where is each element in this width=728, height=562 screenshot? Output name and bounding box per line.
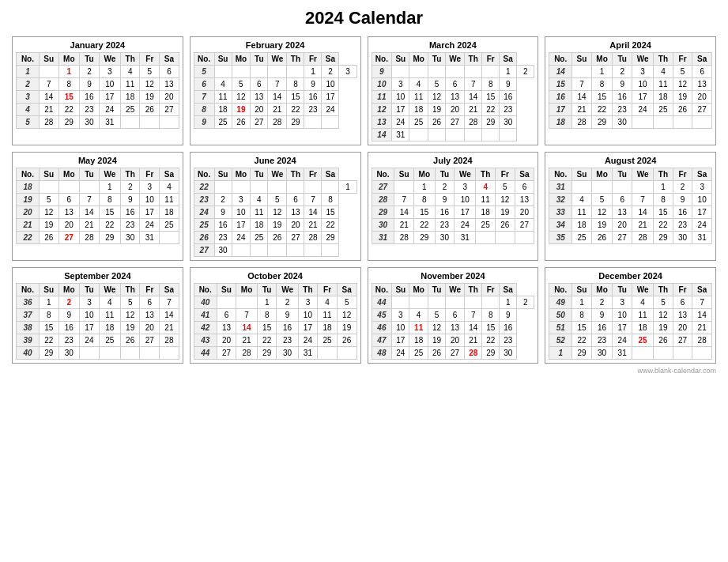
table-row: 1324252627282930 bbox=[372, 116, 534, 129]
col-header: Mo bbox=[58, 168, 80, 181]
day-cell bbox=[80, 181, 100, 194]
day-cell: 13 bbox=[613, 206, 632, 219]
day-cell: 22 bbox=[591, 104, 613, 116]
month-block-4: April 2024No.SuMoTuWeThFrSa1412345615789… bbox=[545, 36, 716, 145]
week-number: 2 bbox=[17, 78, 40, 91]
day-cell: 3 bbox=[392, 309, 409, 322]
table-row: 2623242526272829 bbox=[194, 232, 356, 244]
day-cell: 28 bbox=[80, 232, 100, 244]
day-cell: 29 bbox=[257, 347, 277, 360]
day-cell: 2 bbox=[214, 194, 232, 206]
day-cell: 12 bbox=[337, 309, 356, 322]
day-cell: 22 bbox=[39, 334, 58, 347]
day-cell: 10 bbox=[80, 309, 100, 322]
day-cell bbox=[232, 66, 251, 78]
day-cell: 24 bbox=[140, 219, 160, 232]
col-header: We bbox=[632, 284, 653, 296]
day-cell bbox=[392, 296, 409, 309]
day-cell: 22 bbox=[322, 219, 339, 232]
day-cell bbox=[515, 232, 534, 244]
day-cell: 2 bbox=[517, 66, 534, 78]
day-cell: 1 bbox=[654, 181, 673, 194]
page-title: 2024 Calendar bbox=[8, 8, 720, 28]
col-header: We bbox=[455, 168, 476, 181]
col-header: We bbox=[632, 53, 653, 66]
col-header: Sa bbox=[515, 168, 534, 181]
col-header: No. bbox=[549, 53, 572, 66]
col-header: No. bbox=[372, 168, 394, 181]
day-cell: 30 bbox=[613, 116, 632, 129]
day-cell: 12 bbox=[232, 91, 251, 104]
table-row: 1614151617181920 bbox=[549, 91, 712, 104]
week-number: 24 bbox=[194, 206, 214, 219]
month-title-3: March 2024 bbox=[372, 40, 535, 50]
day-cell: 16 bbox=[591, 322, 613, 334]
col-header: No. bbox=[194, 53, 214, 66]
day-cell: 16 bbox=[304, 91, 322, 104]
day-cell: 13 bbox=[58, 206, 80, 219]
day-cell: 22 bbox=[482, 104, 500, 116]
month-table-12: No.SuMoTuWeThFrSa49123456750891011121314… bbox=[549, 283, 712, 360]
week-number: 22 bbox=[194, 181, 214, 194]
week-number: 3 bbox=[17, 91, 40, 104]
table-row: 3922232425262728 bbox=[17, 334, 179, 347]
table-row: 361234567 bbox=[17, 296, 179, 309]
day-cell: 7 bbox=[632, 194, 653, 206]
month-table-3: No.SuMoTuWeThFrSa91210345678911101112131… bbox=[372, 52, 535, 141]
col-header: Sa bbox=[322, 168, 339, 181]
day-cell: 9 bbox=[277, 309, 298, 322]
table-row: 5123 bbox=[194, 66, 356, 78]
month-title-8: August 2024 bbox=[549, 156, 712, 165]
day-cell: 12 bbox=[654, 309, 673, 322]
day-cell: 27 bbox=[160, 104, 179, 116]
day-cell: 25 bbox=[318, 334, 338, 347]
month-table-5: No.SuMoTuWeThFrSa18123419567891011201213… bbox=[16, 168, 179, 244]
day-cell: 26 bbox=[120, 334, 140, 347]
day-cell: 27 bbox=[58, 232, 80, 244]
day-cell: 21 bbox=[304, 219, 322, 232]
day-cell: 18 bbox=[99, 322, 120, 334]
day-cell: 25 bbox=[160, 219, 179, 232]
day-cell: 8 bbox=[257, 309, 277, 322]
day-cell: 18 bbox=[318, 322, 338, 334]
day-cell: 4 bbox=[120, 66, 140, 78]
month-title-2: February 2024 bbox=[194, 40, 357, 50]
week-number: 23 bbox=[194, 194, 214, 206]
week-number: 35 bbox=[549, 232, 572, 244]
day-cell: 1 bbox=[99, 181, 120, 194]
day-cell bbox=[409, 296, 428, 309]
week-number: 11 bbox=[372, 91, 392, 104]
col-header: Tu bbox=[428, 284, 446, 296]
day-cell: 29 bbox=[99, 232, 120, 244]
week-number: 17 bbox=[549, 104, 572, 116]
day-cell: 3 bbox=[613, 296, 632, 309]
day-cell: 26 bbox=[673, 104, 692, 116]
day-cell: 6 bbox=[160, 66, 179, 78]
month-title-7: July 2024 bbox=[372, 156, 535, 165]
day-cell: 18 bbox=[572, 219, 592, 232]
day-cell: 28 bbox=[268, 116, 287, 129]
month-table-2: No.SuMoTuWeThFrSa51236456789107111213141… bbox=[194, 52, 357, 129]
day-cell: 22 bbox=[99, 219, 120, 232]
day-cell bbox=[409, 66, 428, 78]
col-header: We bbox=[99, 168, 120, 181]
month-block-12: December 2024No.SuMoTuWeThFrSa4912345675… bbox=[545, 267, 716, 364]
day-cell bbox=[446, 66, 465, 78]
col-header: Mo bbox=[591, 168, 613, 181]
day-cell: 10 bbox=[632, 78, 653, 91]
day-cell: 8 bbox=[322, 194, 339, 206]
day-cell: 11 bbox=[160, 194, 179, 206]
week-number: 36 bbox=[17, 296, 40, 309]
day-cell: 21 bbox=[572, 104, 592, 116]
day-cell: 8 bbox=[414, 194, 436, 206]
day-cell: 3 bbox=[298, 296, 318, 309]
month-table-11: No.SuMoTuWeThFrSa44124534567894610111213… bbox=[372, 283, 535, 360]
day-cell bbox=[428, 66, 446, 78]
day-cell: 8 bbox=[591, 78, 613, 91]
day-cell: 21 bbox=[465, 104, 482, 116]
day-cell: 6 bbox=[140, 296, 160, 309]
day-cell: 22 bbox=[654, 219, 673, 232]
day-cell bbox=[394, 181, 414, 194]
day-cell: 26 bbox=[428, 116, 446, 129]
col-header: Fr bbox=[495, 168, 515, 181]
